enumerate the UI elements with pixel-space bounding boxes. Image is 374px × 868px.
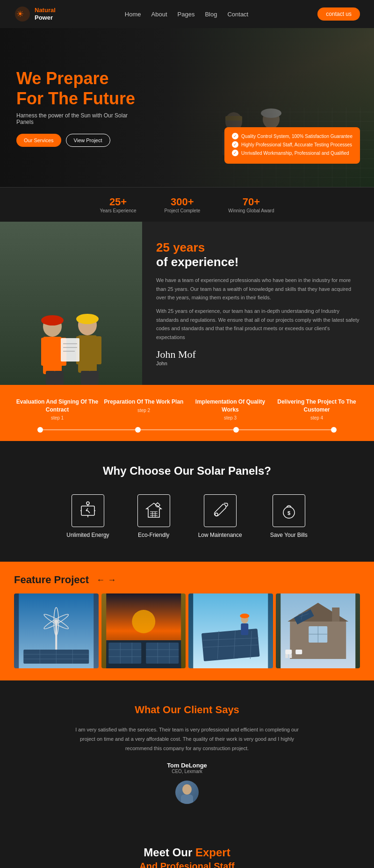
- svg-text:$: $: [288, 510, 290, 516]
- step-line-1: [43, 429, 135, 430]
- why-item-low-maintenance: Low Maintenance: [198, 494, 242, 538]
- svg-rect-67: [146, 643, 179, 664]
- svg-rect-26: [61, 338, 79, 362]
- unlimited-energy-icon: [72, 494, 104, 527]
- nav-about[interactable]: About: [151, 11, 167, 18]
- nav-pages[interactable]: Pages: [178, 11, 195, 18]
- services-button[interactable]: Our Services: [16, 134, 61, 147]
- prev-arrow[interactable]: ←: [96, 575, 105, 585]
- hero-subheading: Harness the power of the Sun with Our So…: [16, 112, 138, 125]
- experience-para1: We have a team of experienced profession…: [156, 276, 360, 302]
- why-icons-row: Unlimited Energy Eco: [14, 494, 360, 538]
- step-dot-4: [331, 427, 337, 433]
- hero-checklist-panel: ✓ Quality Control System, 100% Satisfact…: [224, 127, 360, 173]
- nav-contact[interactable]: Contact: [227, 11, 248, 18]
- testimonial-text: I am very satisfied with the services. T…: [75, 725, 299, 753]
- svg-point-84: [240, 614, 249, 618]
- logo: ☀ NaturalPower: [14, 6, 56, 22]
- check-icon-3: ✓: [232, 150, 238, 156]
- svg-rect-92: [332, 608, 339, 622]
- low-maintenance-icon: [204, 494, 237, 527]
- svg-point-101: [182, 784, 192, 795]
- check-icon-2: ✓: [232, 141, 238, 148]
- svg-rect-23: [94, 336, 101, 364]
- testimonial-avatar: [175, 781, 199, 804]
- svg-rect-18: [54, 371, 64, 385]
- save-bills-label: Save Your Bills: [270, 532, 308, 538]
- step-3: Implementation Of Quality Works step 3: [187, 398, 273, 421]
- step-line-2: [141, 429, 233, 430]
- logo-text: NaturalPower: [35, 7, 56, 21]
- navbar: ☀ NaturalPower Home About Pages Blog Con…: [0, 0, 374, 28]
- svg-rect-97: [285, 650, 292, 654]
- checklist-item-1: ✓ Quality Control System, 100% Satisfact…: [232, 133, 352, 139]
- next-arrow[interactable]: →: [108, 575, 116, 585]
- signer-name: John: [156, 361, 360, 366]
- experience-section: 25 years of experience! We have a team o…: [0, 222, 374, 385]
- nav-blog[interactable]: Blog: [205, 11, 217, 18]
- nav-links: Home About Pages Blog Contact: [125, 10, 248, 18]
- logo-icon: ☀: [14, 6, 31, 22]
- stats-bar: 25+ Years Experience 300+ Project Comple…: [0, 187, 374, 222]
- svg-rect-17: [46, 371, 55, 385]
- svg-rect-99: [285, 654, 288, 658]
- testimonial-name: Tom DeLonge: [37, 762, 337, 769]
- feature-image-1: [14, 593, 99, 668]
- team-heading: Meet Our Expert: [19, 846, 355, 859]
- step-line-3: [239, 429, 331, 430]
- svg-point-56: [54, 620, 58, 623]
- eco-friendly-icon: [137, 494, 170, 527]
- team-subtitle: And Profesional Staff: [19, 861, 355, 868]
- eco-friendly-label: Eco-Friendly: [137, 532, 170, 538]
- svg-point-48: [215, 513, 218, 516]
- view-project-button[interactable]: View Project: [66, 134, 110, 147]
- svg-text:☀: ☀: [16, 9, 24, 19]
- feature-section: Feature Project ← →: [0, 562, 374, 680]
- save-bills-icon: $: [273, 494, 305, 527]
- why-item-save-bills: $ Save Your Bills: [270, 494, 308, 538]
- feature-image-2: [101, 593, 186, 668]
- why-item-unlimited-energy: Unlimited Energy: [66, 494, 109, 538]
- workers-svg: [20, 291, 122, 385]
- why-section: Why Choose Our Solar Panels? Unlimited E…: [0, 441, 374, 562]
- experience-years: 25 years: [156, 240, 360, 255]
- feature-image-4: [276, 593, 360, 668]
- checklist-item-2: ✓ Highly Professional Staff, Accurate Te…: [232, 141, 352, 148]
- step-4: Delivering The Project To The Customer s…: [273, 398, 360, 421]
- stat-awards: 70+ Winning Global Award: [228, 196, 274, 213]
- experience-subtitle: of experience!: [156, 255, 360, 269]
- feature-image-3: [188, 593, 273, 668]
- experience-image: [0, 222, 142, 385]
- feature-grid: [14, 593, 360, 668]
- svg-rect-85: [241, 623, 248, 635]
- hero-section: We Prepare For The Future Harness the po…: [0, 28, 374, 187]
- svg-line-37: [88, 511, 90, 513]
- feature-arrows: ← →: [96, 575, 116, 585]
- svg-rect-100: [289, 654, 292, 658]
- step-dot-2: [135, 427, 141, 433]
- svg-point-20: [76, 314, 99, 324]
- contact-button[interactable]: contact us: [317, 7, 360, 21]
- why-item-eco-friendly: Eco-Friendly: [137, 494, 170, 538]
- testimonial-role: CEO, Lexmark: [37, 769, 337, 774]
- unlimited-energy-label: Unlimited Energy: [66, 532, 109, 538]
- steps-timeline: [14, 427, 360, 441]
- step-dot-3: [233, 427, 239, 433]
- svg-point-13: [41, 315, 64, 326]
- nav-home[interactable]: Home: [125, 11, 141, 18]
- feature-header: Feature Project ← →: [14, 574, 360, 586]
- feature-title: Feature Project: [14, 574, 89, 586]
- step-dot-1: [37, 427, 43, 433]
- step-2: Preparation Of The Work Plan step 2: [101, 398, 187, 421]
- stat-projects: 300+ Project Complete: [165, 196, 201, 213]
- check-icon-1: ✓: [232, 133, 238, 139]
- why-heading: Why Choose Our Solar Panels?: [14, 464, 360, 477]
- testimonial-section: What Our Client Says I am very satisfied…: [0, 680, 374, 827]
- signature: John Mof: [156, 348, 360, 361]
- hero-heading: We Prepare For The Future: [16, 68, 189, 108]
- steps-section: Evaluation And Signing Of The Contract s…: [0, 385, 374, 441]
- svg-rect-24: [81, 371, 90, 385]
- svg-rect-66: [108, 643, 141, 664]
- experience-para2: With 25 years of experience, our team ha…: [156, 307, 360, 342]
- experience-content: 25 years of experience! We have a team o…: [142, 222, 374, 385]
